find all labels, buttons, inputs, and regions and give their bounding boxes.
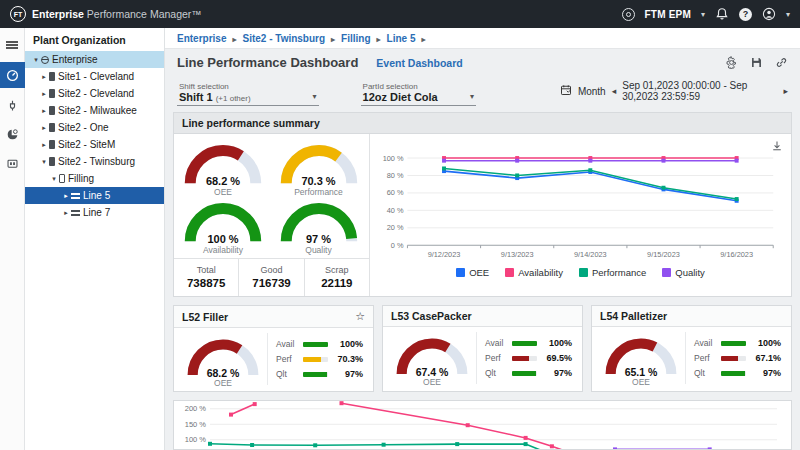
period-selector: Month ◂ Sep 01,2023 00:00:00 - Sep 30,20… xyxy=(560,80,788,106)
expander-icon[interactable] xyxy=(61,209,71,217)
save-icon[interactable] xyxy=(750,56,763,69)
tree-node-label: Site2 - Milwaukee xyxy=(58,105,137,116)
scrap-count: Scrap 22119 xyxy=(304,259,369,296)
tree-node-line5[interactable]: Line 5 xyxy=(25,187,164,204)
notifications-bell-icon[interactable] xyxy=(715,7,729,21)
svg-text:150 %: 150 % xyxy=(185,420,207,429)
kpi-label: Qlt xyxy=(694,368,716,378)
legend-item-quality[interactable]: Quality xyxy=(662,267,705,278)
breadcrumb-enterprise[interactable]: Enterprise xyxy=(177,33,242,44)
tree-node-site2-twinsburg[interactable]: Site2 - Twinsburg xyxy=(25,153,164,170)
connector-icon[interactable] xyxy=(0,93,25,117)
period-mode-label[interactable]: Month xyxy=(578,86,606,97)
kpi-label: Avail xyxy=(694,338,716,348)
menu-hamburger-icon[interactable] xyxy=(0,33,25,57)
shift-selection-dropdown[interactable]: Shift selection Shift 1 (+1 other) ▾ xyxy=(177,82,319,106)
tree-node-filling[interactable]: Filling xyxy=(25,170,164,187)
svg-text:9/12/2023: 9/12/2023 xyxy=(428,250,461,259)
breadcrumb-filling[interactable]: Filling xyxy=(341,33,386,44)
good-count: Good 716739 xyxy=(238,259,303,296)
card-gauge-section: 67.4 % OEE xyxy=(389,332,477,384)
svg-text:9/16/2023: 9/16/2023 xyxy=(720,250,753,259)
gauge-value: 97 % xyxy=(272,233,366,245)
partid-selection-value: 12oz Diet Cola xyxy=(363,91,474,103)
app-grid-icon[interactable] xyxy=(0,151,25,175)
expander-icon[interactable] xyxy=(61,192,71,200)
user-chevron-down-icon[interactable]: ▾ xyxy=(786,10,790,19)
kpi-bars: Avail100% Perf69.5% Qlt97% xyxy=(477,336,576,380)
filter-row: Shift selection Shift 1 (+1 other) ▾ Par… xyxy=(165,76,800,112)
breadcrumb-line5[interactable]: Line 5 xyxy=(387,33,432,44)
brand-rest: Performance Manager™ xyxy=(84,8,202,20)
tree-node-label: Filling xyxy=(68,173,94,184)
favorite-star-icon[interactable]: ☆ xyxy=(355,310,365,323)
enterprise-icon xyxy=(41,56,49,64)
gauge-performance: 70.3 % Performance xyxy=(272,138,366,196)
chevron-down-icon: ▾ xyxy=(313,92,317,101)
user-account-icon[interactable] xyxy=(762,7,776,21)
site-icon xyxy=(49,157,55,166)
kpi-avail: Avail100% xyxy=(485,338,572,348)
line-icon xyxy=(71,209,80,216)
site-icon xyxy=(49,89,55,98)
svg-text:0 %: 0 % xyxy=(391,241,404,250)
calendar-icon[interactable] xyxy=(560,84,572,98)
svg-text:60 %: 60 % xyxy=(387,188,404,197)
legend-item-performance[interactable]: Performance xyxy=(579,267,646,278)
kpi-bars: Avail100% Perf70.3% Qlt97% xyxy=(268,337,367,381)
line-performance-trend-chart[interactable]: 0 %20 %40 %60 %80 %100 %9/12/20239/13/20… xyxy=(374,137,787,265)
tree-node-site1-cleveland[interactable]: Site1 - Cleveland xyxy=(25,68,164,85)
expander-icon[interactable] xyxy=(39,90,49,98)
line-icon xyxy=(71,192,80,199)
tree-node-label: Site2 - One xyxy=(58,122,109,133)
help-icon[interactable]: ? xyxy=(739,8,752,21)
kpi-perf: Perf69.5% xyxy=(485,353,572,363)
tree-node-site2-cleveland[interactable]: Site2 - Cleveland xyxy=(25,85,164,102)
copy-link-icon[interactable] xyxy=(775,56,788,69)
dashboard-gauge-icon[interactable] xyxy=(0,62,25,88)
settings-gear-icon[interactable] xyxy=(725,56,738,69)
tree-node-enterprise[interactable]: Enterprise xyxy=(25,51,164,68)
kpi-qlt: Qlt97% xyxy=(694,368,781,378)
expander-icon[interactable] xyxy=(39,141,49,149)
tree-node-site2-milwaukee[interactable]: Site2 - Milwaukee xyxy=(25,102,164,119)
expander-icon[interactable] xyxy=(39,73,49,81)
analytics-pie-icon[interactable] xyxy=(0,122,25,146)
partid-selection-dropdown[interactable]: PartId selection 12oz Diet Cola ▾ xyxy=(361,82,476,106)
summary-gauges-section: 68.2 % OEE 70.3 % Performance 100 % xyxy=(174,134,370,296)
expander-icon[interactable] xyxy=(39,124,49,132)
previous-period-button[interactable]: ◂ xyxy=(612,86,617,96)
legend-swatch xyxy=(456,268,465,277)
download-chart-icon[interactable] xyxy=(771,138,783,156)
tree-node-site2-one[interactable]: Site2 - One xyxy=(25,119,164,136)
kpi-track xyxy=(721,341,746,346)
next-period-button[interactable]: ▸ xyxy=(783,86,788,96)
breadcrumb-site[interactable]: Site2 - Twinsburg xyxy=(242,33,341,44)
kpi-track xyxy=(721,371,746,376)
tree-node-site2-sitem[interactable]: Site2 - SiteM xyxy=(25,136,164,153)
expander-icon[interactable] xyxy=(39,158,49,166)
event-dashboard-link[interactable]: Event Dashboard xyxy=(376,57,462,69)
legend-swatch xyxy=(579,268,588,277)
kpi-label: Qlt xyxy=(276,369,298,379)
gauge-oee: 68.2 % OEE xyxy=(176,138,270,196)
kpi-bars: Avail100% Perf67.1% Qlt97% xyxy=(686,336,785,380)
env-chevron-down-icon[interactable]: ▾ xyxy=(701,10,705,19)
expander-icon[interactable] xyxy=(39,107,49,115)
tree-node-line7[interactable]: Line 7 xyxy=(25,204,164,221)
legend-item-oee[interactable]: OEE xyxy=(456,267,489,278)
chevron-down-icon: ▾ xyxy=(470,92,474,101)
tree-node-label: Line 5 xyxy=(83,190,110,201)
bottom-trend-chart[interactable]: 200 %150 %100 %50 % xyxy=(174,401,791,450)
card-gauge-section: 65.1 % OEE xyxy=(598,332,686,384)
area-icon xyxy=(59,174,65,183)
svg-text:100 %: 100 % xyxy=(383,154,404,163)
environment-label[interactable]: FTM EPM xyxy=(645,9,691,20)
kpi-qlt: Qlt97% xyxy=(485,368,572,378)
total-value: 738875 xyxy=(174,277,238,289)
kpi-avail: Avail100% xyxy=(694,338,781,348)
app: FT Enterprise Performance Manager™ FTM E… xyxy=(0,0,800,450)
expander-icon[interactable] xyxy=(49,175,59,183)
legend-item-availability[interactable]: Availability xyxy=(505,267,563,278)
expander-icon[interactable] xyxy=(31,56,41,64)
